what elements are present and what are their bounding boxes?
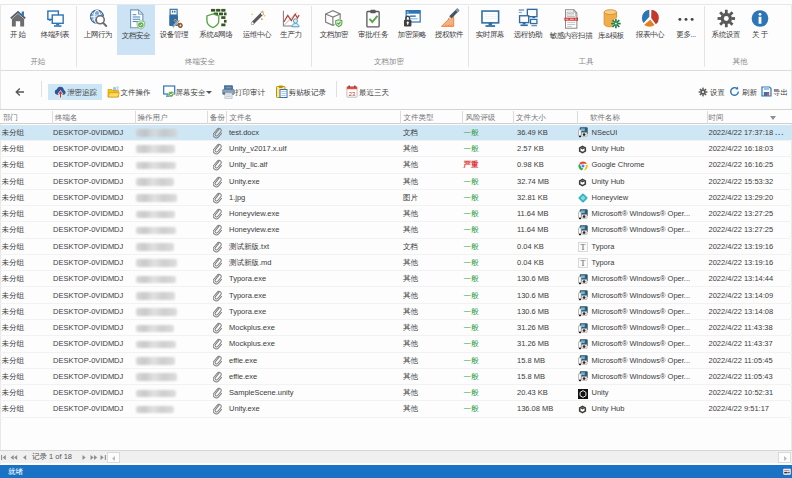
svg-text:T: T [581,243,586,252]
svg-text:23: 23 [349,91,356,97]
svg-text:T: T [581,259,586,268]
